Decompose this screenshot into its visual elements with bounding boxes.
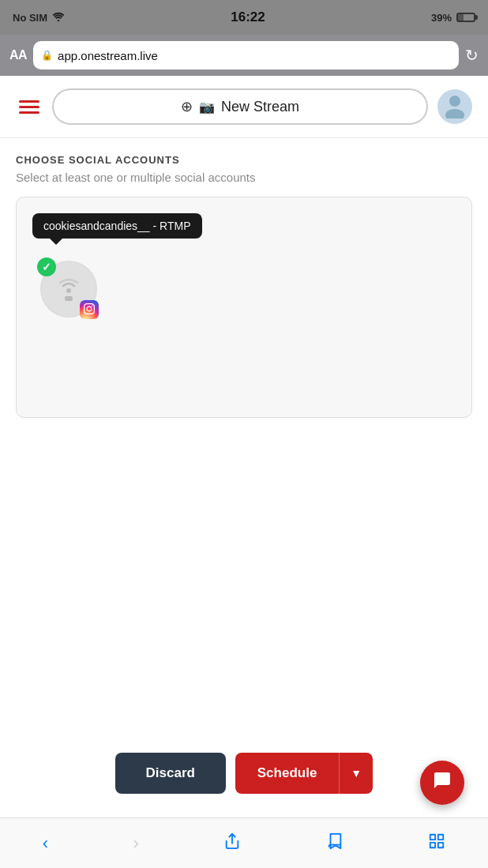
- hamburger-button[interactable]: [16, 97, 43, 117]
- svg-rect-7: [430, 834, 435, 839]
- buttons-row: Discard Schedule ▼: [0, 729, 488, 817]
- lock-icon: 🔒: [41, 50, 53, 61]
- svg-rect-10: [438, 842, 443, 847]
- hamburger-line-2: [19, 106, 39, 108]
- text-size-button[interactable]: AA: [9, 48, 27, 62]
- instagram-icon: [84, 303, 95, 317]
- svg-rect-5: [65, 296, 73, 301]
- svg-point-2: [449, 96, 460, 107]
- wifi-signal-icon: [52, 12, 65, 24]
- user-avatar-icon: [441, 90, 469, 124]
- broadcast-icon: [53, 273, 84, 305]
- avatar-button[interactable]: [437, 89, 472, 124]
- camera-icon: 📷: [199, 100, 215, 115]
- check-icon: ✓: [42, 261, 51, 273]
- discard-button[interactable]: Discard: [115, 753, 226, 794]
- svg-point-4: [66, 288, 71, 293]
- section-subtitle: Select at least one or multiple social a…: [16, 171, 472, 184]
- hamburger-line-1: [19, 100, 39, 103]
- reload-button[interactable]: ↻: [465, 46, 479, 65]
- bottom-nav: ‹ ›: [0, 817, 488, 868]
- new-stream-button[interactable]: ⊕ 📷 New Stream: [52, 88, 428, 125]
- instagram-badge: [80, 300, 99, 319]
- section-title: CHOOSE SOCIAL ACCOUNTS: [16, 154, 472, 166]
- bookmarks-button[interactable]: [317, 829, 353, 858]
- browser-bar: AA 🔒 app.onestream.live ↻: [0, 35, 488, 76]
- chat-fab-button[interactable]: [420, 761, 464, 805]
- check-badge: ✓: [37, 257, 56, 276]
- stream-icon: ⊕: [181, 98, 193, 115]
- schedule-group: Schedule ▼: [235, 753, 373, 794]
- top-nav: ⊕ 📷 New Stream: [0, 76, 488, 138]
- back-button[interactable]: ‹: [33, 830, 58, 857]
- battery-icon: [456, 13, 475, 22]
- account-tooltip: cookiesandcandies__ - RTMP: [32, 213, 202, 239]
- url-text: app.onestream.live: [58, 49, 158, 62]
- svg-rect-8: [438, 834, 443, 839]
- accounts-box: cookiesandcandies__ - RTMP ✓: [16, 197, 472, 418]
- battery-percent: 39%: [431, 12, 452, 24]
- page-content: CHOOSE SOCIAL ACCOUNTS Select at least o…: [0, 138, 488, 729]
- schedule-button[interactable]: Schedule: [235, 753, 340, 794]
- time-label: 16:22: [231, 9, 265, 25]
- new-stream-label: New Stream: [221, 99, 299, 115]
- status-left: No SIM: [13, 12, 65, 24]
- url-bar[interactable]: 🔒 app.onestream.live: [33, 41, 459, 70]
- svg-point-0: [58, 20, 60, 21]
- schedule-dropdown-button[interactable]: ▼: [339, 753, 373, 794]
- forward-button[interactable]: ›: [124, 830, 148, 857]
- hamburger-line-3: [19, 111, 39, 114]
- status-right: 39%: [431, 12, 475, 24]
- carrier-label: No SIM: [13, 12, 47, 24]
- account-tooltip-wrapper: cookiesandcandies__ - RTMP ✓: [32, 221, 97, 318]
- account-item[interactable]: ✓: [40, 261, 97, 318]
- tabs-button[interactable]: [419, 829, 455, 858]
- share-button[interactable]: [214, 829, 250, 858]
- chat-fab-icon: [433, 771, 452, 795]
- chevron-down-icon: ▼: [351, 767, 362, 780]
- main-content: ⊕ 📷 New Stream CHOOSE SOCIAL ACCOUNTS Se…: [0, 76, 488, 817]
- status-bar: No SIM 16:22 39%: [0, 0, 488, 35]
- svg-rect-9: [430, 842, 435, 847]
